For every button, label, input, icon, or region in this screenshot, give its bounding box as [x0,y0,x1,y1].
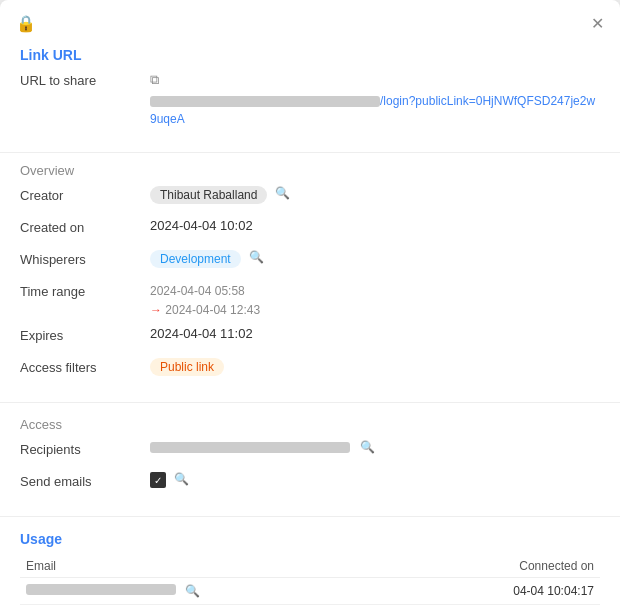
created-on-row: Created on 2024-04-04 10:02 [20,218,600,244]
creator-value-container: Thibaut Raballand 🔍 [150,186,600,204]
expires-value: 2024-04-04 11:02 [150,326,600,341]
usage-section: Usage Email Connected on 🔍 04-04 10:04:1… [0,516,620,611]
overview-title: Overview [20,163,600,178]
url-blurred-part [150,96,380,107]
overview-section: Overview Creator Thibaut Raballand 🔍 Cre… [0,152,620,400]
creator-badge: Thibaut Raballand [150,186,267,204]
email-col-header: Email [20,555,407,578]
url-to-share-row: URL to share ⧉ /login?publicLink=0HjNWfQ… [20,71,600,128]
public-link-badge: Public link [150,358,224,376]
recipients-label: Recipients [20,440,150,457]
recipients-value-container: 🔍 [150,440,600,454]
creator-label: Creator [20,186,150,203]
url-label: URL to share [20,71,150,88]
panel-header: 🔒 ✕ [0,0,620,41]
dev-badge: Development [150,250,241,268]
time-range-start: 2024-04-04 05:58 [150,284,245,298]
whisperers-value-container: Development 🔍 [150,250,600,268]
time-range-end: 2024-04-04 12:43 [165,303,260,317]
time-range-arrow: → [150,303,165,317]
main-panel: 🔒 ✕ Link URL URL to share ⧉ /login?publi… [0,0,620,611]
whisperers-search-icon[interactable]: 🔍 [249,250,264,264]
send-emails-search-icon[interactable]: 🔍 [174,472,189,486]
collapse-icon[interactable]: ✕ [591,14,604,33]
time-range-value: 2024-04-04 05:58 → 2024-04-04 12:43 [150,282,260,320]
connected-on-col-header: Connected on [407,555,600,578]
link-url-section: Link URL URL to share ⧉ /login?publicLin… [0,41,620,148]
access-filters-row: Access filters Public link [20,358,600,384]
access-filters-label: Access filters [20,358,150,375]
lock-icon: 🔒 [16,14,36,33]
time-range-label: Time range [20,282,150,299]
connected-on-cell: 04-04 10:04:17 [407,578,600,605]
email-blurred [26,584,176,595]
whisperers-label: Whisperers [20,250,150,267]
url-value: /login?publicLink=0HjNWfQFSD247je2w9uqeA [150,92,600,128]
expires-row: Expires 2024-04-04 11:02 [20,326,600,352]
copy-icon[interactable]: ⧉ [150,72,159,88]
whisperers-row: Whisperers Development 🔍 [20,250,600,276]
creator-name: Thibaut Raballand [160,188,257,202]
send-emails-value-container: ✓ 🔍 [150,472,600,488]
email-cell: 🔍 [20,578,407,605]
recipients-row: Recipients 🔍 [20,440,600,466]
access-filters-value-container: Public link [150,358,600,376]
time-range-value-container: 2024-04-04 05:58 → 2024-04-04 12:43 [150,282,600,320]
link-url-title: Link URL [20,47,600,63]
expires-label: Expires [20,326,150,343]
whisperers-value: Development [160,252,231,266]
table-row: 🔍 04-04 10:04:17 [20,578,600,605]
recipients-blurred [150,442,350,453]
send-emails-label: Send emails [20,472,150,489]
usage-table: Email Connected on 🔍 04-04 10:04:17 [20,555,600,605]
url-value-container: ⧉ /login?publicLink=0HjNWfQFSD247je2w9uq… [150,71,600,128]
row-search-icon[interactable]: 🔍 [185,584,200,598]
access-section: Access Recipients 🔍 Send emails ✓ 🔍 [0,402,620,514]
access-filters-value: Public link [160,360,214,374]
time-range-row: Time range 2024-04-04 05:58 → 2024-04-04… [20,282,600,320]
recipients-search-icon[interactable]: 🔍 [360,440,375,454]
send-emails-checkbox[interactable]: ✓ [150,472,166,488]
created-on-value: 2024-04-04 10:02 [150,218,600,233]
created-on-label: Created on [20,218,150,235]
creator-row: Creator Thibaut Raballand 🔍 [20,186,600,212]
usage-table-header: Email Connected on [20,555,600,578]
creator-search-icon[interactable]: 🔍 [275,186,290,200]
access-title: Access [20,417,600,432]
send-emails-row: Send emails ✓ 🔍 [20,472,600,498]
usage-title: Usage [20,531,600,547]
